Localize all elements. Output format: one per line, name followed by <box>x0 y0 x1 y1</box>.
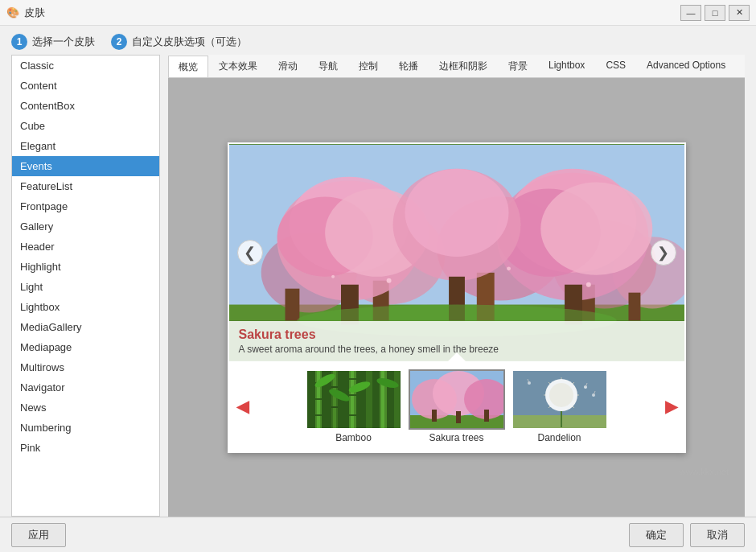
svg-rect-41 <box>394 371 400 430</box>
thumbnail-bamboo[interactable]: Bamboo <box>306 369 402 443</box>
watermark: www.kkx.net <box>680 467 729 476</box>
tabs-bar: 概览文本效果滑动导航控制轮播边框和阴影背景LightboxCSSAdvanced… <box>168 55 745 78</box>
sidebar-item-lightbox[interactable]: Lightbox <box>12 297 159 317</box>
thumb-label-dandelion: Dandelion <box>512 432 608 443</box>
skin-sidebar: ClassicContentContentBoxCubeElegantEvent… <box>11 55 160 517</box>
main-container: 1 选择一个皮肤 2 自定义皮肤选项（可选） ClassicContentCon… <box>0 26 756 552</box>
thumb-label-sakura: Sakura trees <box>409 432 505 443</box>
svg-rect-61 <box>484 410 489 422</box>
sakura-svg <box>410 371 505 430</box>
svg-rect-59 <box>432 410 437 422</box>
main-slide: Sakura trees A sweet aroma around the tr… <box>229 144 684 361</box>
sidebar-item-navigator[interactable]: Navigator <box>12 377 159 398</box>
thumb-next-button[interactable]: ▶ <box>662 397 680 416</box>
sidebar-item-elegant[interactable]: Elegant <box>12 136 159 156</box>
svg-rect-35 <box>333 371 336 430</box>
sidebar-item-classic[interactable]: Classic <box>12 56 159 76</box>
svg-rect-12 <box>628 292 640 320</box>
thumbnail-sakura[interactable]: Sakura trees <box>409 369 505 443</box>
svg-point-27 <box>507 266 511 270</box>
tab-carousel[interactable]: 轮播 <box>388 55 429 77</box>
sidebar-item-header[interactable]: Header <box>12 237 159 257</box>
sidebar-item-mediapage[interactable]: Mediapage <box>12 337 159 357</box>
bottom-bar: 应用 确定 取消 <box>0 517 756 552</box>
svg-point-24 <box>405 168 508 256</box>
thumb-img-sakura <box>409 369 505 430</box>
apply-button[interactable]: 应用 <box>11 523 66 547</box>
svg-point-28 <box>585 282 590 286</box>
step1-text: 选择一个皮肤 <box>32 35 95 49</box>
tab-control[interactable]: 控制 <box>348 55 388 77</box>
sidebar-item-numbering[interactable]: Numbering <box>12 418 159 438</box>
svg-point-65 <box>549 383 573 407</box>
tab-text-effect[interactable]: 文本效果 <box>208 55 268 77</box>
ok-button[interactable]: 确定 <box>629 523 684 547</box>
window-title: 皮肤 <box>24 6 45 20</box>
triangle-indicator <box>448 352 466 361</box>
sidebar-item-content[interactable]: Content <box>12 76 159 96</box>
close-button[interactable]: ✕ <box>729 5 750 21</box>
step2-text: 自定义皮肤选项（可选） <box>132 35 247 49</box>
sidebar-item-highlight[interactable]: Highlight <box>12 257 159 277</box>
svg-point-21 <box>540 182 652 274</box>
sidebar-item-cube[interactable]: Cube <box>12 116 159 136</box>
step1-circle: 1 <box>11 34 27 50</box>
svg-rect-38 <box>366 371 372 430</box>
slide-next-button[interactable]: ❯ <box>651 240 676 266</box>
title-bar-left: 🎨 皮肤 <box>6 6 45 20</box>
skin-list[interactable]: ClassicContentContentBoxCubeElegantEvent… <box>12 56 159 516</box>
step2-label: 2 自定义皮肤选项（可选） <box>111 34 247 50</box>
sidebar-item-mediagallery[interactable]: MediaGallery <box>12 317 159 337</box>
sidebar-item-multirows[interactable]: Multirows <box>12 357 159 377</box>
step2-circle: 2 <box>111 34 127 50</box>
tab-nav[interactable]: 导航 <box>308 55 348 77</box>
thumb-img-dandelion <box>512 369 608 430</box>
sidebar-item-featurelist[interactable]: FeatureList <box>12 176 159 196</box>
slide-prev-button[interactable]: ❮ <box>237 240 263 266</box>
bamboo-svg <box>307 371 402 430</box>
right-panel: 概览文本效果滑动导航控制轮播边框和阴影背景LightboxCSSAdvanced… <box>168 55 745 517</box>
sidebar-item-events[interactable]: Events <box>12 156 159 176</box>
step1-label: 1 选择一个皮肤 <box>11 34 95 50</box>
content-area: ClassicContentContentBoxCubeElegantEvent… <box>0 55 756 517</box>
sidebar-item-light[interactable]: Light <box>12 277 159 297</box>
maximize-button[interactable]: □ <box>705 5 725 21</box>
thumbnails-row: ◀ <box>229 361 684 451</box>
tab-border-shadow[interactable]: 边框和阴影 <box>429 55 498 77</box>
thumb-prev-button[interactable]: ◀ <box>233 397 252 416</box>
title-bar: 🎨 皮肤 — □ ✕ <box>0 0 756 26</box>
cancel-button[interactable]: 取消 <box>690 523 745 547</box>
tab-overview[interactable]: 概览 <box>168 56 208 78</box>
dandelion-svg <box>513 371 608 430</box>
thumb-label-bamboo: Bamboo <box>306 432 402 443</box>
tab-lightbox[interactable]: Lightbox <box>538 55 595 77</box>
svg-rect-60 <box>456 411 461 423</box>
sidebar-item-news[interactable]: News <box>12 398 159 418</box>
svg-point-29 <box>331 274 335 278</box>
thumb-img-bamboo <box>306 369 402 430</box>
sidebar-item-pink[interactable]: Pink <box>12 438 159 458</box>
tab-advanced[interactable]: Advanced Options <box>636 55 736 77</box>
thumbnail-dandelion[interactable]: Dandelion <box>512 369 608 443</box>
svg-point-26 <box>386 278 391 282</box>
preview-area: Sakura trees A sweet aroma around the tr… <box>168 78 745 517</box>
minimize-button[interactable]: — <box>680 5 701 21</box>
tab-css[interactable]: CSS <box>595 55 636 77</box>
bottom-right-buttons: 确定 取消 <box>629 523 745 547</box>
header-row: 1 选择一个皮肤 2 自定义皮肤选项（可选） <box>0 26 756 55</box>
thumb-items: Bamboo <box>258 369 655 443</box>
sidebar-item-frontpage[interactable]: Frontpage <box>12 196 159 216</box>
slider-container: Sakura trees A sweet aroma around the tr… <box>228 142 686 453</box>
sidebar-item-contentbox[interactable]: ContentBox <box>12 96 159 116</box>
svg-rect-8 <box>285 288 299 320</box>
window-controls: — □ ✕ <box>680 5 750 21</box>
tab-slide[interactable]: 滑动 <box>268 55 308 77</box>
sidebar-item-gallery[interactable]: Gallery <box>12 216 159 237</box>
tab-background[interactable]: 背景 <box>498 55 538 77</box>
slide-title: Sakura trees <box>239 327 675 342</box>
app-icon: 🎨 <box>6 6 19 19</box>
